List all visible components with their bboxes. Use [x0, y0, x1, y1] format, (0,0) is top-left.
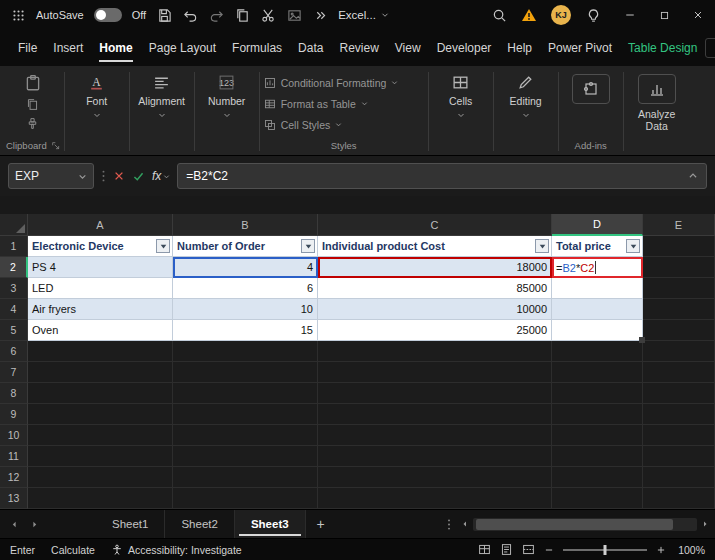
cell-a4[interactable]: Air fryers — [28, 299, 173, 320]
row-header-1[interactable]: 1 — [0, 236, 28, 257]
cell-a3[interactable]: LED — [28, 278, 173, 299]
cell-b2[interactable]: 4 — [173, 257, 318, 278]
autosave-toggle[interactable] — [94, 8, 122, 22]
cell-c1[interactable]: Individual product Cost — [318, 236, 552, 257]
normal-view-button[interactable] — [478, 543, 491, 556]
cells-menu-button[interactable]: Cells — [433, 70, 489, 119]
row-header-4[interactable]: 4 — [0, 299, 28, 320]
new-sheet-button[interactable]: + — [306, 510, 336, 538]
table-resize-handle[interactable] — [639, 337, 645, 343]
tab-review[interactable]: Review — [331, 30, 386, 66]
dialog-launcher-icon[interactable] — [52, 142, 60, 150]
row-header-9[interactable]: 9 — [0, 404, 28, 425]
row-header-5[interactable]: 5 — [0, 320, 28, 341]
cell-c3[interactable]: 85000 — [318, 278, 552, 299]
formula-input[interactable]: =B2*C2 — [177, 163, 707, 189]
sheet-scroll-left-icon[interactable] — [4, 514, 24, 534]
copy-icon[interactable] — [234, 7, 250, 23]
row-header-7[interactable]: 7 — [0, 362, 28, 383]
scroll-left-icon[interactable] — [457, 520, 473, 528]
undo-icon[interactable] — [182, 7, 198, 23]
sheet-tab-sheet2[interactable]: Sheet2 — [165, 510, 234, 538]
name-box[interactable]: EXP — [8, 163, 94, 189]
tab-table-design[interactable]: Table Design — [620, 30, 705, 66]
cell-d4[interactable] — [552, 299, 643, 320]
column-header-d[interactable]: D — [552, 214, 643, 236]
conditional-formatting-button[interactable]: Conditional Formatting — [264, 72, 424, 93]
cell-b5[interactable]: 15 — [173, 320, 318, 341]
formula-bar-expand-icon[interactable] — [688, 171, 698, 181]
app-launcher-icon[interactable] — [10, 7, 26, 23]
select-all-button[interactable] — [0, 214, 28, 236]
lightbulb-icon[interactable] — [585, 7, 601, 23]
cell-c4[interactable]: 10000 — [318, 299, 552, 320]
row-header-13[interactable]: 13 — [0, 488, 28, 509]
scroll-right-icon[interactable] — [697, 520, 713, 528]
cell-d3[interactable] — [552, 278, 643, 299]
maximize-button[interactable] — [647, 0, 681, 30]
tab-page-layout[interactable]: Page Layout — [141, 30, 224, 66]
tab-data[interactable]: Data — [290, 30, 331, 66]
more-commands-icon[interactable] — [312, 7, 328, 23]
font-menu-button[interactable]: A Font — [69, 70, 125, 119]
alignment-menu-button[interactable]: Alignment — [134, 70, 190, 119]
cancel-icon[interactable] — [113, 170, 125, 182]
tab-insert[interactable]: Insert — [45, 30, 91, 66]
sheet-scroll-right-icon[interactable] — [24, 514, 44, 534]
calculate-indicator[interactable]: Calculate — [51, 544, 95, 556]
cell-d1[interactable]: Total price — [552, 236, 643, 257]
cell-area[interactable]: Electronic Device Number of Order Indivi… — [28, 236, 715, 509]
cell-a2[interactable]: PS 4 — [28, 257, 173, 278]
cell-a1[interactable]: Electronic Device — [28, 236, 173, 257]
save-icon[interactable] — [156, 7, 172, 23]
number-menu-button[interactable]: 123 Number — [199, 70, 255, 119]
horizontal-scrollbar[interactable] — [457, 510, 715, 538]
paste-button[interactable] — [10, 70, 56, 130]
tab-formulas[interactable]: Formulas — [224, 30, 290, 66]
enter-check-icon[interactable] — [132, 170, 145, 183]
minimize-button[interactable] — [613, 0, 647, 30]
accessibility-status[interactable]: Accessibility: Investigate — [111, 544, 242, 556]
insert-function-button[interactable]: fx — [152, 169, 170, 183]
tab-developer[interactable]: Developer — [429, 30, 500, 66]
analyze-data-button[interactable]: Analyze Data — [628, 70, 686, 132]
row-header-10[interactable]: 10 — [0, 425, 28, 446]
cut-icon[interactable] — [260, 7, 276, 23]
page-break-view-button[interactable] — [522, 543, 535, 556]
row-header-8[interactable]: 8 — [0, 383, 28, 404]
cell-b3[interactable]: 6 — [173, 278, 318, 299]
format-as-table-button[interactable]: Format as Table — [264, 93, 424, 114]
sheet-tab-sheet3[interactable]: Sheet3 — [235, 510, 306, 538]
scrollbar-thumb[interactable] — [476, 519, 673, 530]
comments-button[interactable] — [705, 38, 715, 58]
picture-icon[interactable] — [286, 7, 302, 23]
tab-power-pivot[interactable]: Power Pivot — [540, 30, 620, 66]
cell-b4[interactable]: 10 — [173, 299, 318, 320]
column-header-b[interactable]: B — [173, 214, 318, 236]
column-header-c[interactable]: C — [318, 214, 552, 236]
row-header-2[interactable]: 2 — [0, 257, 28, 278]
tab-splitter-icon[interactable] — [441, 518, 457, 531]
sheet-tab-sheet1[interactable]: Sheet1 — [96, 510, 165, 538]
row-header-3[interactable]: 3 — [0, 278, 28, 299]
app-title[interactable]: Excel... — [338, 9, 390, 21]
filter-button-d1[interactable] — [626, 239, 640, 253]
filter-button-c1[interactable] — [535, 239, 549, 253]
zoom-out-icon[interactable] — [544, 545, 554, 555]
row-header-6[interactable]: 6 — [0, 341, 28, 362]
zoom-in-icon[interactable] — [656, 545, 666, 555]
cell-c5[interactable]: 25000 — [318, 320, 552, 341]
row-header-12[interactable]: 12 — [0, 467, 28, 488]
filter-button-a1[interactable] — [156, 239, 170, 253]
filter-button-b1[interactable] — [301, 239, 315, 253]
scrollbar-track[interactable] — [473, 518, 697, 531]
zoom-slider-thumb[interactable] — [604, 545, 607, 555]
zoom-slider[interactable] — [563, 549, 647, 551]
tab-view[interactable]: View — [387, 30, 429, 66]
addins-button[interactable] — [563, 70, 619, 104]
zoom-level[interactable]: 100% — [675, 544, 705, 556]
avatar[interactable]: KJ — [551, 5, 571, 25]
active-cell-d2[interactable]: =B2*C2 — [552, 257, 643, 278]
editing-menu-button[interactable]: Editing — [498, 70, 554, 119]
tab-help[interactable]: Help — [499, 30, 540, 66]
